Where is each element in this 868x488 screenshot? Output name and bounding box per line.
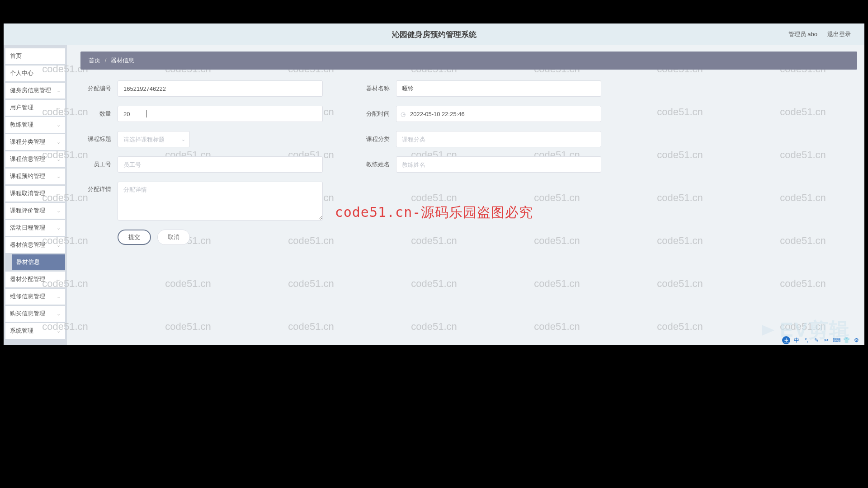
breadcrumb-home[interactable]: 首页 [89,57,100,64]
chevron-down-icon: ⌄ [57,174,61,179]
logout-link[interactable]: 退出登录 [827,30,851,38]
ime-lang-icon[interactable]: 中 [793,337,800,344]
sidebar-item-4[interactable]: 教练管理⌄ [5,117,65,133]
sidebar-item-label: 课程预约管理 [10,173,45,180]
clock-icon: ◷ [401,111,406,117]
quantity-label: 数量 [80,110,118,118]
breadcrumb: 首页 / 器材信息 [80,52,857,70]
ime-punct-icon[interactable]: °, [803,337,810,344]
sidebar-item-label: 课程评价管理 [10,207,45,215]
ime-icon[interactable]: 主 [782,336,790,344]
course-title-label: 课程标题 [80,135,118,143]
sidebar-item-label: 器材信息 [16,258,40,266]
coach-name-input[interactable] [396,156,601,173]
app-title: 沁园健身房预约管理系统 [392,29,476,40]
chevron-down-icon: ⌄ [57,139,61,145]
sidebar-item-label: 课程信息管理 [10,155,45,163]
chevron-down-icon: ⌄ [57,105,61,111]
ime-scissors-icon[interactable]: ✂ [823,337,830,344]
quantity-input[interactable] [118,106,323,122]
chevron-down-icon: ⌄ [57,122,61,128]
chevron-down-icon: ⌄ [57,156,61,162]
sidebar-item-label: 健身房信息管理 [10,87,51,94]
course-cat-input[interactable] [396,131,601,147]
sidebar-item-label: 系统管理 [10,327,33,335]
ime-toolbar: 主 中 °, ✎ ✂ ⌨ 👕 ⚙ [782,336,860,344]
text-cursor [146,110,146,117]
sidebar-item-label: 个人中心 [10,70,33,77]
sidebar-item-10[interactable]: 活动日程管理⌄ [5,220,65,236]
chevron-down-icon: ⌄ [57,277,61,282]
sidebar-item-label: 器材信息管理 [10,241,45,249]
sidebar-item-13[interactable]: 器材分配管理⌄ [5,272,65,287]
breadcrumb-current: 器材信息 [111,57,134,64]
admin-label[interactable]: 管理员 abo [788,30,817,38]
sidebar-item-12[interactable]: 器材信息 [12,254,65,270]
sidebar-item-16[interactable]: 系统管理⌄ [5,323,65,339]
sidebar-item-label: 购买信息管理 [10,310,45,318]
sidebar-item-label: 器材分配管理 [10,276,45,283]
sidebar-item-9[interactable]: 课程评价管理⌄ [5,203,65,219]
sidebar-item-15[interactable]: 购买信息管理⌄ [5,306,65,322]
chevron-down-icon: ⌄ [57,328,61,334]
course-title-select[interactable] [118,131,190,147]
sidebar-item-11[interactable]: 器材信息管理⌄ [5,237,65,253]
sidebar-item-6[interactable]: 课程信息管理⌄ [5,151,65,167]
chevron-down-icon: ⌄ [57,88,61,94]
alloc-no-input[interactable] [118,80,323,97]
sidebar-item-7[interactable]: 课程预约管理⌄ [5,169,65,184]
sidebar-item-5[interactable]: 课程分类管理⌄ [5,134,65,150]
chevron-down-icon: ⌄ [57,208,61,214]
sidebar-item-8[interactable]: 课程取消管理⌄ [5,186,65,202]
sidebar-item-label: 活动日程管理 [10,224,45,232]
ime-skin-icon[interactable]: 👕 [843,337,850,344]
alloc-time-input[interactable] [396,106,601,122]
emp-no-label: 员工号 [80,160,118,169]
sidebar-item-3[interactable]: 用户管理⌄ [5,100,65,116]
equip-name-input[interactable] [396,80,601,97]
sidebar-item-2[interactable]: 健身房信息管理⌄ [5,83,65,99]
sidebar-item-label: 课程分类管理 [10,138,45,146]
ime-edit-icon[interactable]: ✎ [813,337,820,344]
sidebar-item-label: 课程取消管理 [10,190,45,197]
alloc-time-label: 分配时间 [359,110,396,118]
sidebar-item-label: 用户管理 [10,104,33,112]
ime-settings-icon[interactable]: ⚙ [853,337,860,344]
chevron-down-icon: ⌄ [57,242,61,248]
sidebar-item-1[interactable]: 个人中心 [5,66,65,81]
alloc-detail-textarea[interactable] [118,182,323,221]
sidebar-item-0[interactable]: 首页 [5,48,65,64]
sidebar-item-label: 首页 [10,52,22,60]
chevron-down-icon: ⌄ [57,191,61,197]
chevron-down-icon: ⌄ [57,294,61,300]
submit-button[interactable]: 提交 [118,230,151,245]
course-cat-label: 课程分类 [359,135,396,143]
main-content: 首页 / 器材信息 分配编号 器材名称 数量 [67,45,864,345]
ime-keyboard-icon[interactable]: ⌨ [833,337,840,344]
sidebar: 首页个人中心健身房信息管理⌄用户管理⌄教练管理⌄课程分类管理⌄课程信息管理⌄课程… [4,45,67,345]
cancel-button[interactable]: 取消 [157,230,190,245]
coach-name-label: 教练姓名 [359,160,396,169]
chevron-down-icon: ⌄ [57,225,61,231]
chevron-down-icon: ⌄ [57,311,61,317]
emp-no-input[interactable] [118,156,323,173]
sidebar-item-14[interactable]: 维修信息管理⌄ [5,289,65,305]
alloc-detail-label: 分配详情 [80,182,118,193]
app-header: 沁园健身房预约管理系统 管理员 abo 退出登录 [4,23,864,45]
alloc-no-label: 分配编号 [80,84,118,93]
sidebar-item-label: 维修信息管理 [10,293,45,300]
equip-name-label: 器材名称 [359,84,396,93]
sidebar-item-label: 教练管理 [10,121,33,129]
